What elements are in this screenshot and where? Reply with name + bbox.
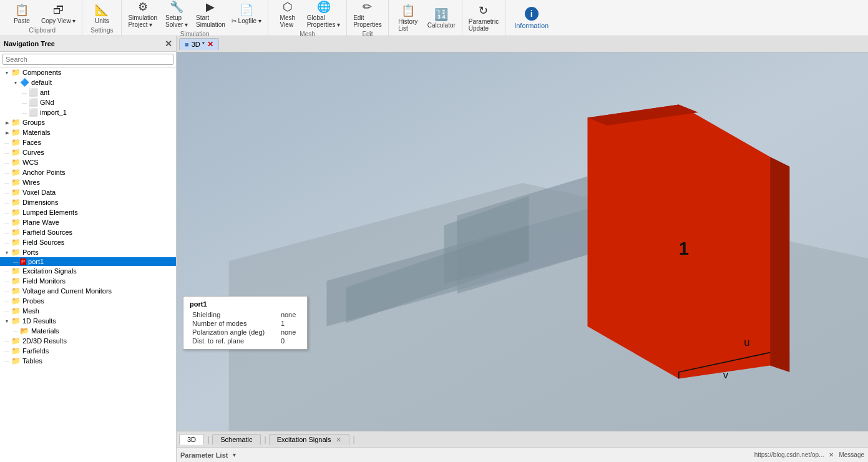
copy-view-button[interactable]: 🗗 Copy View ▾: [39, 2, 78, 26]
tree-item-import1[interactable]: ⬜ import_1: [0, 107, 176, 117]
components-expander[interactable]: [2, 69, 11, 76]
toolbar-group-information: i Information: [505, 0, 557, 36]
tree-item-1d-results[interactable]: 📁 1D Results: [0, 316, 176, 326]
port-info-row-polarization: Polarization angle (deg) none: [190, 328, 301, 337]
tree-item-gnd[interactable]: ⬜ GNd: [0, 97, 176, 107]
dist-label: Dist. to ref. plane: [190, 337, 275, 345]
copy-view-label: Copy View ▾: [41, 17, 76, 24]
tree-item-excitation-signals[interactable]: 📁 Excitation Signals: [0, 266, 176, 276]
bottom-tab-schematic[interactable]: Schematic: [212, 434, 260, 445]
status-url: https://blog.csdn.net/op...: [754, 451, 824, 458]
start-simulation-icon: ▶: [206, 0, 215, 14]
calculator-button[interactable]: 🔢 Calculator: [425, 6, 458, 30]
tree-item-tables[interactable]: 📁 Tables: [0, 356, 176, 366]
tree-item-lumped-elements[interactable]: 📁 Lumped Elements: [0, 207, 176, 217]
tab-3d[interactable]: ■ 3D * ✕: [179, 38, 219, 50]
modes-value: 1: [275, 319, 301, 328]
units-button[interactable]: 📐 Units: [86, 2, 117, 26]
tree-item-ant[interactable]: ⬜ ant: [0, 87, 176, 97]
tree-item-voxel[interactable]: 📁 Voxel Data: [0, 187, 176, 197]
tree-item-field-monitors[interactable]: 📁 Field Monitors: [0, 276, 176, 286]
global-properties-button[interactable]: 🌐 GlobalProperties ▾: [305, 0, 343, 29]
units-label: Units: [95, 17, 109, 24]
nav-tree-title: Navigation Tree: [4, 40, 55, 47]
tree-item-voltage-monitors[interactable]: 📁 Voltage and Current Monitors: [0, 286, 176, 296]
close-status-icon[interactable]: ✕: [829, 451, 834, 458]
probes-label: Probes: [22, 297, 44, 305]
main-toolbar: 📋 Paste 🗗 Copy View ▾ Clipboard 📐 Units …: [0, 0, 868, 36]
edit-properties-icon: ✏: [363, 0, 372, 14]
groups-folder-icon: 📁: [11, 118, 21, 127]
tree-item-groups[interactable]: 📁 Groups: [0, 117, 176, 127]
lumped-expander: [2, 209, 11, 215]
groups-expander[interactable]: [2, 119, 11, 125]
global-properties-label: GlobalProperties ▾: [307, 14, 340, 28]
tables-folder-icon: 📁: [11, 356, 21, 365]
tree-item-farfield-sources[interactable]: 📁 Farfield Sources: [0, 227, 176, 237]
dim-expander: [2, 199, 11, 205]
tree-item-port1[interactable]: P port1: [0, 257, 176, 266]
bottom-tab-excitation[interactable]: Excitation Signals ✕: [269, 434, 349, 445]
status-bar: Parameter List ▾ https://blog.csdn.net/o…: [177, 447, 868, 462]
tree-item-wires[interactable]: 📁 Wires: [0, 177, 176, 187]
shielding-value: none: [275, 310, 301, 319]
logfile-button[interactable]: 📄 ✂ Logfile ▾: [229, 2, 264, 26]
tree-item-anchor-points[interactable]: 📁 Anchor Points: [0, 167, 176, 177]
tree-item-mesh[interactable]: 📁 Mesh: [0, 306, 176, 316]
information-button[interactable]: i Information: [509, 4, 553, 32]
port-info-tooltip: port1 Shielding none Number of modes 1 P…: [183, 296, 308, 350]
history-list-button[interactable]: 📋 HistoryList: [393, 2, 424, 33]
excitation-tab-close[interactable]: ✕: [336, 436, 341, 443]
nav-tree-header: Navigation Tree ✕: [0, 36, 176, 52]
mesh-view-icon: ⬡: [283, 0, 293, 14]
excitation-folder-icon: 📁: [11, 267, 21, 275]
default-expander[interactable]: [11, 79, 20, 86]
information-icon: i: [525, 7, 539, 21]
tree-item-materials[interactable]: 📁 Materials: [0, 127, 176, 137]
viewport-3d[interactable]: 1 u v port1 Shielding none N: [177, 52, 868, 431]
tree-item-default[interactable]: 🔷 default: [0, 77, 176, 87]
tab-bar: ■ 3D * ✕: [177, 36, 868, 52]
matresults-folder-icon: 📂: [20, 327, 29, 335]
parametric-update-button[interactable]: ↻ ParametricUpdate: [466, 2, 501, 33]
tree-item-farfields[interactable]: 📁 Farfields: [0, 346, 176, 356]
planewave-expander: [2, 219, 11, 225]
tree-item-2d3d-results[interactable]: 📁 2D/3D Results: [0, 336, 176, 346]
tree-item-plane-wave[interactable]: 📁 Plane Wave: [0, 217, 176, 227]
paste-button[interactable]: 📋 Paste: [6, 2, 37, 26]
edit-properties-button[interactable]: ✏ EditProperties: [351, 0, 384, 29]
farfield-label: Farfield Sources: [22, 229, 72, 236]
tree-item-faces[interactable]: 📁 Faces: [0, 137, 176, 147]
tree-item-wcs[interactable]: 📁 WCS: [0, 157, 176, 167]
start-simulation-button[interactable]: ▶ StartSimulation: [193, 0, 228, 29]
mesh-view-button[interactable]: ⬡ MeshView: [272, 0, 303, 29]
tree-item-materials-results[interactable]: 📂 Materials: [0, 326, 176, 336]
1dresults-expander[interactable]: [2, 318, 11, 324]
calculator-label: Calculator: [427, 22, 456, 29]
toolbar-group-edit: ✏ EditProperties Edit: [347, 0, 389, 36]
setup-solver-button[interactable]: 🔧 SetupSolver ▾: [161, 0, 192, 29]
ports-expander[interactable]: [2, 249, 11, 255]
tree-item-field-sources[interactable]: 📁 Field Sources: [0, 237, 176, 247]
nav-search-area: [0, 52, 176, 67]
tree-item-curves[interactable]: 📁 Curves: [0, 147, 176, 157]
simulation-project-icon: ⚙: [138, 0, 148, 14]
farfield-expander: [2, 229, 11, 235]
voxel-expander: [2, 189, 11, 195]
nav-search-input[interactable]: [2, 54, 173, 65]
tab-3d-close[interactable]: ✕: [207, 40, 213, 49]
farfields-expander: [2, 348, 11, 354]
materials-expander[interactable]: [2, 129, 11, 135]
bottom-tab-3d[interactable]: 3D: [179, 434, 204, 445]
tree-item-dimensions[interactable]: 📁 Dimensions: [0, 197, 176, 207]
curves-folder-icon: 📁: [11, 148, 21, 157]
wcs-folder-icon: 📁: [11, 158, 21, 167]
default-label: default: [31, 79, 52, 86]
start-simulation-label: StartSimulation: [196, 14, 225, 28]
nav-tree-close-button[interactable]: ✕: [165, 39, 172, 49]
tree-item-probes[interactable]: 📁 Probes: [0, 296, 176, 306]
tree-item-components[interactable]: 📁 Components: [0, 67, 176, 77]
tree-item-ports[interactable]: 📁 Ports: [0, 247, 176, 257]
components-folder-icon: 📁: [11, 68, 21, 77]
simulation-project-button[interactable]: ⚙ SimulationProject ▾: [125, 0, 160, 29]
